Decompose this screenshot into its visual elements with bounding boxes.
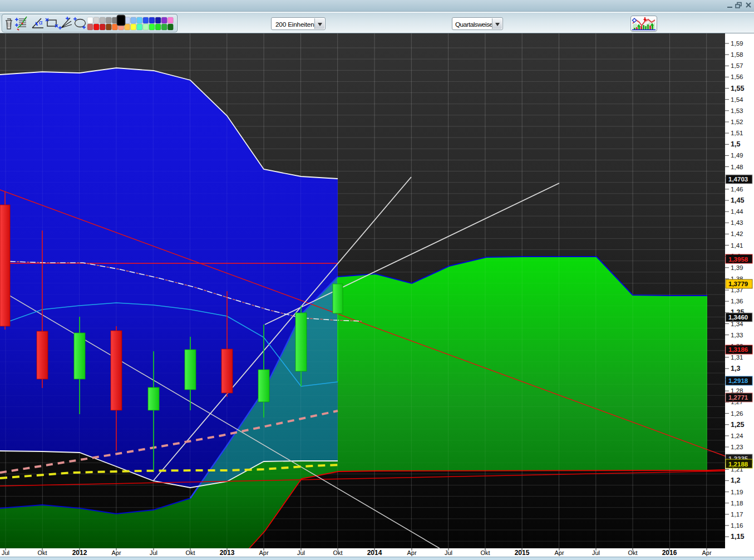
svg-text:2016: 2016 [662,549,677,557]
svg-text:1,4703: 1,4703 [728,176,748,183]
svg-text:1,25: 1,25 [731,421,745,429]
svg-text:1,18: 1,18 [731,499,743,507]
svg-text:1,24: 1,24 [731,432,743,439]
svg-text:1,3186: 1,3186 [728,346,748,353]
svg-text:1,39: 1,39 [731,264,743,271]
svg-text:Okt: Okt [185,549,195,556]
svg-text:1,44: 1,44 [731,208,743,215]
svg-text:1,33: 1,33 [731,331,743,338]
svg-text:Apr: Apr [702,549,711,556]
svg-text:Okt: Okt [37,549,47,556]
svg-text:1,41: 1,41 [731,242,743,249]
svg-text:1,52: 1,52 [731,118,743,125]
svg-text:1,3460: 1,3460 [728,314,748,321]
svg-text:1,58: 1,58 [731,51,743,58]
svg-text:1,16: 1,16 [731,522,743,529]
svg-text:1,43: 1,43 [731,219,743,226]
svg-text:Jul: Jul [2,549,9,556]
svg-text:1,53: 1,53 [731,107,743,114]
svg-text:1,2918: 1,2918 [728,377,748,384]
svg-text:1,31: 1,31 [731,353,743,361]
svg-text:1,59: 1,59 [731,40,743,47]
svg-text:1,23: 1,23 [731,443,743,450]
svg-text:Jul: Jul [445,549,452,556]
svg-text:1,49: 1,49 [731,151,743,159]
svg-text:1,17: 1,17 [731,510,743,518]
svg-text:1,3779: 1,3779 [728,281,748,287]
svg-text:Apr: Apr [407,549,416,556]
svg-text:1,26: 1,26 [731,410,743,417]
svg-text:Okt: Okt [333,549,342,556]
svg-text:1,15: 1,15 [731,533,745,541]
svg-text:2015: 2015 [515,549,530,557]
svg-text:1,36: 1,36 [731,297,743,304]
svg-text:Okt: Okt [628,549,637,556]
svg-text:1,48: 1,48 [731,163,743,170]
svg-text:1,45: 1,45 [731,197,745,204]
svg-text:1,2: 1,2 [731,477,741,484]
svg-text:1,19: 1,19 [731,488,743,495]
svg-text:Jul: Jul [150,549,157,556]
svg-text:1,56: 1,56 [731,73,743,80]
svg-text:Jul: Jul [297,549,305,556]
svg-text:2014: 2014 [367,549,382,557]
svg-text:1,3958: 1,3958 [728,256,748,263]
svg-text:1,51: 1,51 [731,129,743,136]
svg-text:1,2188: 1,2188 [728,461,748,468]
svg-text:1,55: 1,55 [731,85,745,92]
svg-text:α: α [39,19,43,26]
svg-text:Okt: Okt [480,549,490,556]
svg-text:1,46: 1,46 [731,185,743,193]
svg-text:Apr: Apr [554,549,564,556]
svg-text:2013: 2013 [220,549,235,557]
svg-text:1,5: 1,5 [731,140,741,148]
svg-text:1,54: 1,54 [731,96,743,103]
svg-text:1,42: 1,42 [731,230,743,237]
svg-text:1,2771: 1,2771 [728,394,748,401]
svg-text:Apr: Apr [111,549,121,556]
svg-text:Jul: Jul [592,549,600,556]
svg-text:Apr: Apr [259,549,268,556]
svg-text:1,57: 1,57 [731,62,743,69]
svg-text:2012: 2012 [72,549,87,557]
svg-text:1,3: 1,3 [731,365,741,372]
